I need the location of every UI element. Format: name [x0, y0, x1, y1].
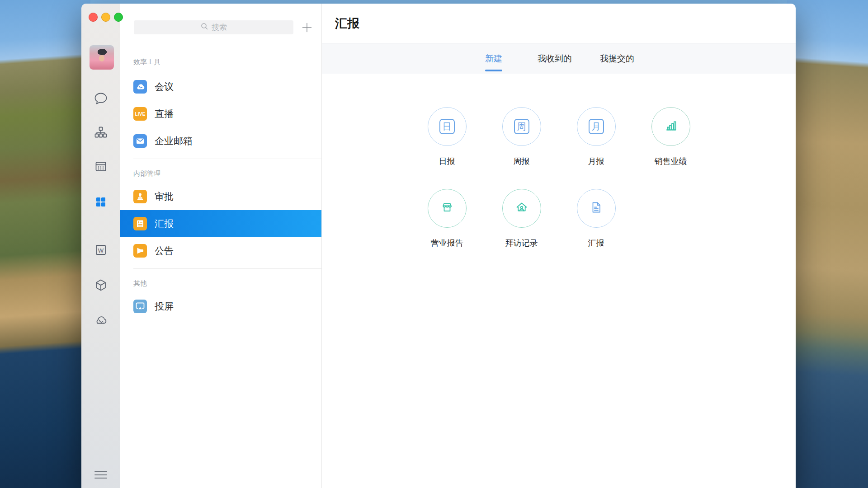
tile-label: 销售业绩	[655, 156, 687, 167]
airplay-icon	[133, 300, 147, 313]
wallpaper-cliff-right	[787, 0, 868, 488]
wallpaper-cliff-left	[0, 0, 90, 488]
contacts-org-icon[interactable]	[93, 124, 109, 141]
daily-report-icon: 日	[439, 119, 455, 134]
sidebar-divider	[133, 159, 321, 159]
sidebar-item-mail[interactable]: 企业邮箱	[120, 127, 321, 155]
tile-business-report[interactable]: 营业报告	[410, 189, 484, 249]
sidebar-item-announcement[interactable]: 公告	[120, 237, 321, 264]
workspace-grid-icon[interactable]	[93, 194, 109, 210]
menu-icon[interactable]	[94, 469, 107, 481]
tab-submitted[interactable]: 我提交的	[600, 43, 634, 74]
live-badge-icon: LIVE	[133, 107, 147, 121]
sidebar-divider	[133, 268, 321, 269]
sidebar-item-label: 会议	[155, 80, 174, 93]
avatar[interactable]	[90, 45, 114, 70]
tile-visit-record[interactable]: 拜访记录	[484, 189, 559, 249]
tile-monthly-report[interactable]: 月 月报	[559, 107, 633, 167]
mail-icon	[133, 134, 147, 148]
calendar-icon[interactable]	[93, 158, 109, 174]
tile-label: 汇报	[588, 238, 604, 249]
meeting-cloud-icon	[133, 80, 147, 94]
main-panel: 汇报 新建 我收到的 我提交的 日 日报 周 周报	[322, 4, 796, 488]
sidebar-item-label: 企业邮箱	[155, 135, 193, 147]
storefront-icon	[439, 200, 455, 217]
main-header: 汇报	[322, 4, 796, 43]
sidebar-item-label: 直播	[155, 108, 174, 120]
minimize-button[interactable]	[101, 13, 110, 22]
tab-new[interactable]: 新建	[485, 43, 502, 74]
search-input[interactable]: 搜索	[134, 20, 293, 34]
close-button[interactable]	[89, 13, 98, 22]
megaphone-icon	[133, 244, 147, 258]
docs-w-icon[interactable]: W	[93, 242, 109, 258]
svg-text:W: W	[98, 247, 104, 254]
tab-bar: 新建 我收到的 我提交的	[322, 43, 796, 74]
add-button[interactable]	[301, 21, 313, 34]
sidebar: 搜索 效率工具 会议 LIVE	[120, 4, 322, 488]
tile-weekly-report[interactable]: 周 周报	[484, 107, 559, 167]
workbench-hexagon-icon[interactable]	[93, 277, 109, 294]
sidebar-item-live[interactable]: LIVE 直播	[120, 100, 321, 127]
tile-report[interactable]: 汇报	[559, 189, 633, 249]
tab-received[interactable]: 我收到的	[538, 43, 572, 74]
monthly-report-icon: 月	[589, 119, 604, 134]
weekly-report-icon: 周	[514, 119, 529, 134]
report-doc-icon	[133, 217, 147, 230]
search-row: 搜索	[134, 20, 321, 34]
window-controls	[89, 13, 123, 22]
tile-label: 日报	[439, 156, 455, 167]
search-icon	[200, 22, 208, 33]
section-title-internal: 内部管理	[133, 169, 321, 178]
tile-label: 拜访记录	[505, 238, 538, 249]
zoom-button[interactable]	[114, 13, 123, 22]
chat-icon[interactable]	[93, 90, 109, 106]
cloud-call-icon[interactable]	[93, 313, 109, 329]
tile-daily-report[interactable]: 日 日报	[410, 107, 484, 167]
sidebar-item-meeting[interactable]: 会议	[120, 73, 321, 100]
nav-rail: W	[81, 4, 120, 488]
search-placeholder: 搜索	[212, 22, 227, 33]
stamp-icon	[133, 190, 147, 203]
section-title-other: 其他	[133, 279, 321, 288]
tile-label: 营业报告	[431, 238, 463, 249]
sidebar-item-report[interactable]: 汇报	[120, 210, 321, 237]
sidebar-item-screencast[interactable]: 投屏	[120, 293, 321, 320]
tile-label: 月报	[588, 156, 604, 167]
house-visit-icon	[514, 200, 529, 217]
app-window: W 搜索	[81, 4, 796, 488]
sidebar-item-label: 汇报	[155, 217, 174, 230]
page-title: 汇报	[335, 15, 359, 32]
sidebar-item-label: 公告	[155, 244, 174, 257]
sidebar-item-label: 投屏	[155, 300, 174, 313]
bar-chart-icon	[663, 118, 679, 135]
tile-label: 周报	[514, 156, 530, 167]
section-title-efficiency: 效率工具	[133, 58, 321, 66]
template-grid: 日 日报 周 周报 月 月报	[322, 74, 796, 488]
sidebar-item-label: 审批	[155, 190, 174, 203]
document-icon	[589, 200, 604, 217]
sidebar-item-approval[interactable]: 审批	[120, 183, 321, 210]
tile-sales-performance[interactable]: 销售业绩	[633, 107, 708, 167]
